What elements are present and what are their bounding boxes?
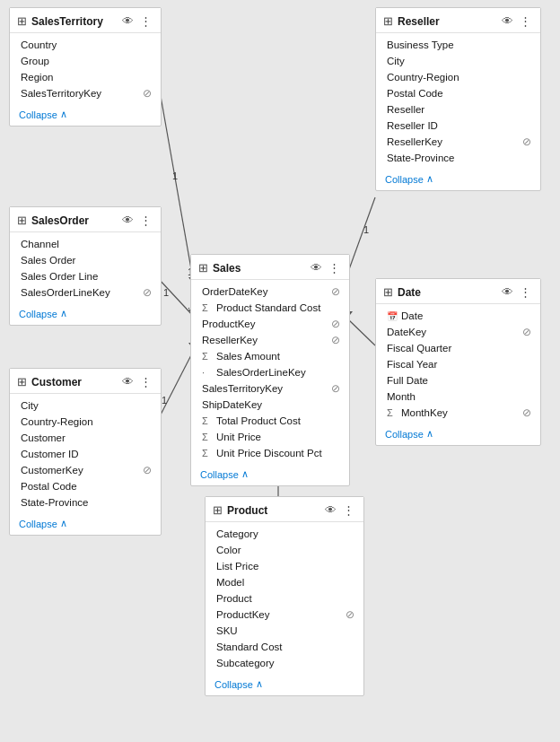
field-row: City — [10, 397, 161, 414]
table-actions[interactable]: 👁 ⋮ — [120, 213, 153, 228]
table-icon: ⊞ — [17, 14, 27, 28]
field-row: State-Province — [10, 494, 161, 511]
field-row: Model — [206, 574, 363, 590]
table-sales-fields: OrderDateKey ⊘ Σ Product Standard Cost P… — [191, 280, 349, 465]
table-product[interactable]: ⊞ Product 👁 ⋮ Category Color List Price … — [205, 496, 364, 696]
table-icon: ⊞ — [383, 285, 393, 299]
eye-icon[interactable]: 👁 — [323, 502, 338, 518]
field-row: Σ Total Product Cost — [191, 413, 349, 429]
collapse-button[interactable]: Collapse ∧ — [376, 170, 540, 190]
eye-icon[interactable]: 👁 — [500, 13, 515, 29]
collapse-arrow: ∧ — [241, 468, 249, 480]
table-sales[interactable]: ⊞ Sales 👁 ⋮ OrderDateKey ⊘ Σ Product Sta… — [190, 254, 350, 486]
hidden-icon: ⊘ — [331, 285, 340, 298]
table-salesterritory-header: ⊞ SalesTerritory 👁 ⋮ — [10, 8, 161, 33]
svg-text:1: 1 — [172, 170, 178, 181]
collapse-arrow: ∧ — [426, 428, 433, 440]
field-row: Reseller ID — [376, 118, 540, 134]
eye-icon[interactable]: 👁 — [500, 284, 515, 300]
diagram-canvas: 1 1 1 · 1 · 1 1 · * 1 ⊞ SalesTerritory 👁… — [0, 0, 560, 742]
field-row: Σ Unit Price Discount Pct — [191, 445, 349, 461]
more-icon[interactable]: ⋮ — [138, 213, 153, 228]
field-row: Customer ID — [10, 446, 161, 462]
svg-text:1: 1 — [162, 395, 167, 406]
table-actions[interactable]: 👁 ⋮ — [500, 284, 533, 300]
hidden-icon: ⊘ — [331, 334, 340, 346]
hidden-icon: ⊘ — [522, 406, 531, 419]
field-row: CustomerKey ⊘ — [10, 462, 161, 478]
collapse-button[interactable]: Collapse ∧ — [10, 304, 161, 325]
svg-text:1: 1 — [363, 224, 369, 235]
more-icon[interactable]: ⋮ — [138, 13, 153, 29]
field-row: Group — [10, 53, 161, 69]
table-actions[interactable]: 👁 ⋮ — [120, 13, 153, 29]
field-row: Product — [206, 590, 363, 607]
hidden-icon: ⊘ — [346, 608, 354, 621]
table-salesterritory[interactable]: ⊞ SalesTerritory 👁 ⋮ Country Group Regio… — [9, 7, 162, 127]
table-title: SalesOrder — [31, 214, 116, 227]
field-row: ResellerKey ⊘ — [191, 332, 349, 348]
svg-line-0 — [158, 81, 194, 284]
table-product-fields: Category Color List Price Model Product … — [206, 522, 363, 675]
table-salesorder[interactable]: ⊞ SalesOrder 👁 ⋮ Channel Sales Order Sal… — [9, 206, 162, 326]
table-product-header: ⊞ Product 👁 ⋮ — [206, 497, 363, 522]
hidden-icon: ⊘ — [143, 87, 152, 100]
collapse-button[interactable]: Collapse ∧ — [206, 675, 363, 695]
eye-icon[interactable]: 👁 — [120, 13, 136, 29]
field-row: Sales Order Line — [10, 268, 161, 284]
eye-icon[interactable]: 👁 — [120, 213, 136, 228]
field-row: Fiscal Year — [376, 356, 540, 372]
table-actions[interactable]: 👁 ⋮ — [309, 260, 342, 275]
field-row: Σ Product Standard Cost — [191, 300, 349, 316]
table-title: Customer — [31, 376, 116, 388]
more-icon[interactable]: ⋮ — [341, 502, 356, 518]
table-icon: ⊞ — [213, 503, 223, 517]
eye-icon[interactable]: 👁 — [120, 374, 136, 389]
eye-icon[interactable]: 👁 — [309, 260, 324, 275]
hidden-icon: ⊘ — [143, 286, 152, 299]
table-title: SalesTerritory — [31, 15, 116, 28]
field-row: Postal Code — [10, 478, 161, 494]
table-salesorder-header: ⊞ SalesOrder 👁 ⋮ — [10, 207, 161, 232]
field-row: Country — [10, 37, 161, 53]
table-date[interactable]: ⊞ Date 👁 ⋮ 📅 Date DateKey ⊘ Fiscal Quart… — [375, 278, 541, 446]
table-actions[interactable]: 👁 ⋮ — [120, 374, 153, 389]
collapse-button[interactable]: Collapse ∧ — [10, 514, 161, 535]
more-icon[interactable]: ⋮ — [327, 260, 342, 275]
field-row: ProductKey ⊘ — [191, 316, 349, 332]
svg-line-2 — [158, 278, 194, 317]
field-row: SalesTerritoryKey ⊘ — [191, 380, 349, 397]
collapse-button[interactable]: Collapse ∧ — [191, 465, 349, 485]
collapse-button[interactable]: Collapse ∧ — [376, 424, 540, 445]
collapse-arrow: ∧ — [60, 308, 67, 319]
table-customer[interactable]: ⊞ Customer 👁 ⋮ City Country-Region Custo… — [9, 368, 162, 536]
table-reseller-fields: Business Type City Country-Region Postal… — [376, 33, 540, 170]
table-sales-header: ⊞ Sales 👁 ⋮ — [191, 255, 349, 280]
field-row: Postal Code — [376, 85, 540, 101]
field-row: Fiscal Quarter — [376, 340, 540, 356]
collapse-button[interactable]: Collapse ∧ — [10, 105, 161, 126]
field-row: DateKey ⊘ — [376, 324, 540, 340]
more-icon[interactable]: ⋮ — [518, 13, 533, 29]
table-customer-fields: City Country-Region Customer Customer ID… — [10, 394, 161, 514]
table-actions[interactable]: 👁 ⋮ — [323, 502, 356, 518]
field-row: SalesTerritoryKey ⊘ — [10, 85, 161, 101]
field-row: City — [376, 53, 540, 69]
table-actions[interactable]: 👁 ⋮ — [500, 13, 533, 29]
more-icon[interactable]: ⋮ — [138, 374, 153, 389]
more-icon[interactable]: ⋮ — [518, 284, 533, 300]
field-row: 📅 Date — [376, 308, 540, 324]
table-icon: ⊞ — [17, 214, 27, 227]
hidden-icon: ⊘ — [143, 464, 152, 476]
collapse-arrow: ∧ — [60, 518, 67, 529]
table-reseller[interactable]: ⊞ Reseller 👁 ⋮ Business Type City Countr… — [375, 7, 541, 191]
table-icon: ⊞ — [198, 261, 208, 275]
field-row: Category — [206, 526, 363, 542]
table-date-header: ⊞ Date 👁 ⋮ — [376, 279, 540, 304]
table-title: Sales — [213, 262, 304, 275]
hidden-icon: ⊘ — [522, 135, 531, 148]
field-row: Country-Region — [376, 69, 540, 85]
field-row: Customer — [10, 430, 161, 446]
table-title: Reseller — [398, 15, 495, 28]
field-row: List Price — [206, 558, 363, 574]
